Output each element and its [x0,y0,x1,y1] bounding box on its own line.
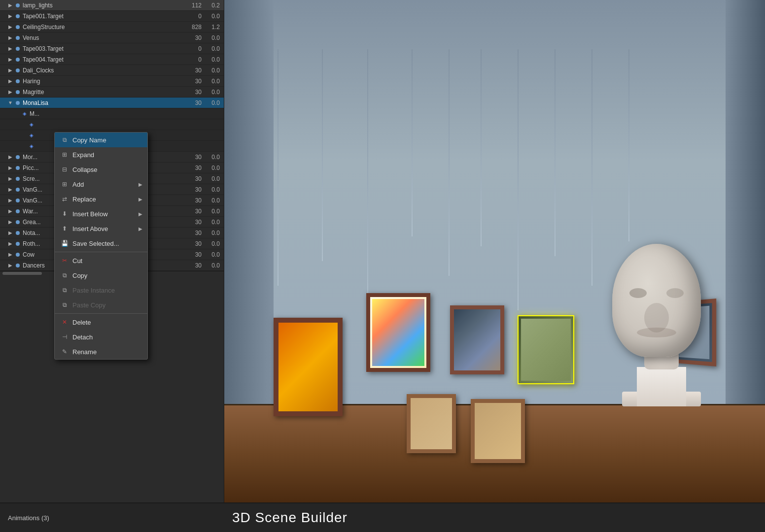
row-dec: 0.0 [202,208,224,215]
row-name: M... [30,110,177,117]
ctx-label: Copy Name [72,136,106,144]
tree-row[interactable]: ▶ Dali_Clocks 30 0.0 [0,65,224,76]
ctx-label: Delete [72,319,91,326]
tree-row[interactable]: ◈ [0,119,224,130]
row-num: 30 [177,165,202,171]
expand-icon[interactable]: ▶ [7,219,14,226]
row-dec: 0.0 [202,186,224,193]
expand-icon[interactable]: ▶ [7,208,14,215]
expand-icon[interactable]: ▶ [7,262,14,269]
submenu-arrow-icon: ▶ [139,182,142,187]
ctx-item-copy-name[interactable]: ⧉ Copy Name [55,133,147,147]
expand-icon[interactable]: ▶ [7,89,14,96]
row-name: Haring [23,78,177,85]
ctx-label: Cut [72,257,82,265]
expand-icon[interactable]: ▶ [7,186,14,193]
tree-row[interactable]: ◈ M... [0,108,224,119]
ctx-item-insert-above[interactable]: ⬆ Insert Above ▶ [55,221,147,236]
expand-icon[interactable]: ▶ [7,78,14,85]
painting-bottom-2 [471,399,525,463]
ctx-item-detach[interactable]: ⊣ Detach [55,330,147,344]
ctx-item-copy[interactable]: ⧉ Copy [55,268,147,283]
ctx-item-save-selected...[interactable]: 💾 Save Selected... [55,236,147,251]
row-name: MonaLisa [23,100,177,106]
tree-row[interactable]: ▶ CeilingStructure 828 1.2 [0,22,224,33]
dot-icon [16,220,20,224]
expand-icon[interactable]: ▼ [7,100,14,106]
ctx-item-delete[interactable]: ✕ Delete [55,315,147,330]
ctx-separator [55,252,147,252]
expand-icon[interactable]: ▶ [7,197,14,204]
viewport-panel[interactable] [224,0,765,502]
tree-row[interactable]: ▶ Tape003.Target 0 0.0 [0,43,224,54]
ctx-label: Collapse [72,166,98,173]
node-icon [14,240,22,248]
row-name: Tape001.Target [23,13,177,20]
dot-icon [16,3,20,7]
node-icon [14,218,22,226]
save-icon: 💾 [60,238,70,248]
expand-icon[interactable]: ▶ [7,56,14,63]
expand-icon[interactable]: ▶ [7,34,14,41]
tree-row[interactable]: ▶ Haring 30 0.0 [0,76,224,87]
expand-icon[interactable]: ▶ [7,165,14,171]
dot-icon [16,264,20,267]
row-dec: 1.2 [202,24,224,31]
tree-row[interactable]: ▶ lamp_lights 112 0.2 [0,0,224,11]
expand-icon[interactable]: ▶ [7,251,14,258]
tree-row[interactable]: ▼ MonaLisa 30 0.0 [0,98,224,108]
dot-icon [16,199,20,202]
tree-row[interactable]: ▶ Venus 30 0.0 [0,33,224,43]
expand-icon[interactable]: ▶ [7,240,14,247]
ctx-item-cut[interactable]: ✂ Cut [55,253,147,268]
row-name: Venus [23,34,177,41]
expand-icon[interactable]: ▶ [7,45,14,52]
node-icon [14,229,22,237]
expand-icon[interactable]: ▶ [7,67,14,74]
expand-icon[interactable]: ▶ [7,154,14,161]
expand-icon[interactable]: ▶ [7,175,14,182]
row-dec: 0.0 [202,175,224,182]
dot-icon [16,47,20,51]
expand-icon[interactable]: ▶ [7,13,14,20]
ctx-item-expand[interactable]: ⊞ Expand [55,147,147,162]
row-dec: 0.0 [202,240,224,247]
ctx-item-rename[interactable]: ✎ Rename [55,344,147,359]
node-icon [14,251,22,259]
submenu-arrow-icon: ▶ [139,197,142,202]
row-name: CeilingStructure [23,24,177,31]
row-num: 30 [177,208,202,215]
ctx-item-add[interactable]: ⊞ Add ▶ [55,177,147,192]
bottom-bar: Animations (3) 3D Scene Builder [0,502,765,532]
paste-instance-icon: ⧉ [60,285,70,295]
gallery-scene [224,0,765,502]
expand-icon[interactable]: ▶ [7,24,14,31]
row-dec: 0.0 [202,230,224,236]
expand-icon[interactable]: ▶ [7,230,14,236]
tree-row[interactable]: ▶ Tape001.Target 0 0.0 [0,11,224,22]
delete-icon: ✕ [60,317,70,327]
node-icon [14,1,22,9]
cut-icon: ✂ [60,256,70,266]
tree-row[interactable]: ▶ Tape004.Target 0 0.0 [0,54,224,65]
row-name: lamp_lights [23,2,177,9]
dot-icon [16,14,20,18]
ctx-item-insert-below[interactable]: ⬇ Insert Below ▶ [55,206,147,221]
scroll-thumb[interactable] [2,272,42,275]
ctx-item-replace[interactable]: ⇄ Replace ▶ [55,192,147,206]
node-icon [14,197,22,204]
expand-icon [14,110,21,117]
node-icon [14,45,22,53]
ctx-label: Replace [72,196,96,203]
expand-icon: ⊞ [60,150,70,160]
node-icon [14,175,22,183]
main-area: ▶ lamp_lights 112 0.2 ▶ Tape001.Target 0… [0,0,765,502]
row-num: 0 [177,45,202,52]
row-num: 30 [177,34,202,41]
expand-icon[interactable]: ▶ [7,2,14,9]
ctx-item-collapse[interactable]: ⊟ Collapse [55,162,147,177]
dot-icon [16,188,20,192]
row-num: 30 [177,67,202,74]
ctx-separator [55,313,147,314]
tree-row[interactable]: ▶ Magritte 30 0.0 [0,87,224,98]
